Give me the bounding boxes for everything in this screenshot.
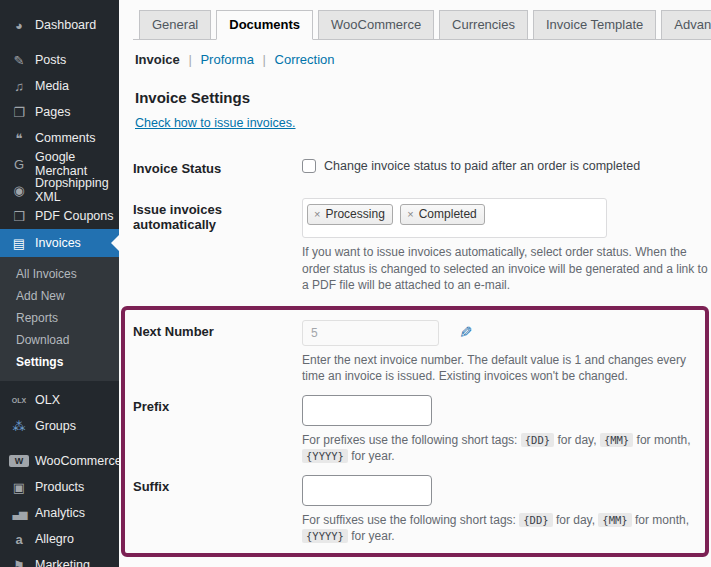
shorttag-month: {MM} — [600, 433, 633, 447]
sidebar-item-label: Google Merchant — [35, 150, 119, 178]
sidebar-item-label: Dashboard — [35, 18, 96, 32]
subnav-link-correction[interactable]: Correction — [275, 52, 335, 67]
sidebar-item-pdf-coupons[interactable]: ❒ PDF Coupons — [0, 203, 119, 229]
prefix-input[interactable] — [302, 395, 432, 426]
pushpin-icon: ✎ — [9, 53, 29, 68]
sidebar-item-pages[interactable]: ❐ Pages — [0, 99, 119, 125]
next-number-row: Next Number ✎ Enter the next invoice num… — [133, 320, 697, 385]
help-link[interactable]: Check how to issue invoices. — [135, 116, 296, 130]
google-icon: G — [9, 157, 29, 172]
analytics-icon: ▃▅ — [9, 507, 29, 520]
pages-icon: ❐ — [9, 105, 29, 120]
shorttag-day: {DD} — [521, 433, 554, 447]
tag-label: Completed — [419, 207, 477, 221]
submenu-item-settings[interactable]: Settings — [0, 351, 119, 373]
suffix-row: Suffix For suffixes use the following sh… — [133, 475, 697, 545]
suffix-desc-intro: For suffixes use the following short tag… — [302, 513, 516, 527]
remove-tag-icon[interactable]: × — [314, 208, 320, 220]
remove-tag-icon[interactable]: × — [407, 208, 413, 220]
groups-icon: ⁂ — [9, 419, 29, 434]
tab-woocommerce[interactable]: WooCommerce — [318, 10, 434, 40]
tab-general[interactable]: General — [139, 10, 211, 40]
sidebar-item-groups[interactable]: ⁂ Groups — [0, 413, 119, 439]
next-number-label: Next Number — [133, 320, 302, 339]
allegro-icon: a — [9, 532, 29, 547]
issue-invoices-row: Issue invoices automatically ×Processing… — [133, 198, 711, 294]
sidebar-item-label: Dropshipping XML — [35, 176, 119, 204]
invoice-settings-form: Invoice Status Change invoice status to … — [133, 157, 711, 567]
sidebar-item-label: PDF Coupons — [35, 209, 114, 223]
subnav-separator: | — [188, 52, 191, 67]
invoice-status-checkline: Change invoice status to paid after an o… — [302, 157, 711, 173]
woocommerce-icon: W — [9, 455, 29, 467]
sidebar-item-olx[interactable]: OLX OLX — [0, 387, 119, 413]
sidebar-item-label: WooCommerce — [35, 454, 122, 468]
shorttag-month: {MM} — [598, 513, 631, 527]
tickets-icon: ❒ — [9, 209, 29, 224]
tag-label: Processing — [325, 207, 384, 221]
suffix-description: For suffixes use the following short tag… — [302, 512, 697, 545]
invoice-status-checkbox[interactable] — [302, 159, 316, 173]
tab-documents[interactable]: Documents — [216, 10, 313, 40]
spreadsheet-icon: ▤ — [9, 236, 29, 251]
sidebar-item-label: Media — [35, 79, 69, 93]
sidebar-item-label: Posts — [35, 53, 66, 67]
sidebar-item-dashboard[interactable]: ◕ Dashboard — [0, 12, 119, 38]
prefix-desc-intro: For prefixes use the following short tag… — [302, 433, 517, 447]
subnav-separator: | — [263, 52, 266, 67]
numbering-highlight-box: Next Number ✎ Enter the next invoice num… — [121, 306, 709, 557]
sidebar-item-google-merchant[interactable]: G Google Merchant — [0, 151, 119, 177]
invoice-status-label: Invoice Status — [133, 157, 302, 176]
sidebar-item-label: Products — [35, 480, 84, 494]
eye-icon: ◉ — [9, 183, 29, 198]
sidebar-item-dropshipping-xml[interactable]: ◉ Dropshipping XML — [0, 177, 119, 203]
submenu-item-all-invoices[interactable]: All Invoices — [0, 263, 119, 285]
sidebar-item-label: Pages — [35, 105, 70, 119]
subnav-invoice: Invoice — [135, 52, 180, 67]
prefix-row: Prefix For prefixes use the following sh… — [133, 395, 697, 465]
issue-invoices-description: If you want to issue invoices automatica… — [302, 244, 711, 294]
invoice-status-checkbox-label[interactable]: Change invoice status to paid after an o… — [324, 159, 640, 173]
sidebar-item-label: OLX — [35, 393, 60, 407]
invoice-status-row: Invoice Status Change invoice status to … — [133, 157, 711, 176]
settings-page: General Documents WooCommerce Currencies… — [119, 0, 711, 567]
sidebar-item-media[interactable]: ♫ Media — [0, 73, 119, 99]
sidebar-item-products[interactable]: ▣ Products — [0, 474, 119, 500]
submenu-item-add-new[interactable]: Add New — [0, 285, 119, 307]
sidebar-item-comments[interactable]: ❝ Comments — [0, 125, 119, 151]
next-number-input — [302, 320, 439, 346]
sidebar-item-posts[interactable]: ✎ Posts — [0, 47, 119, 73]
order-status-multiselect[interactable]: ×Processing ×Completed — [302, 198, 607, 238]
next-number-description: Enter the next invoice number. The defau… — [302, 352, 697, 385]
submenu-item-reports[interactable]: Reports — [0, 307, 119, 329]
sidebar-item-marketing[interactable]: ⚑ Marketing — [0, 552, 119, 567]
prefix-label: Prefix — [133, 395, 302, 414]
sidebar-item-allegro[interactable]: a Allegro — [0, 526, 119, 552]
page-title: Invoice Settings — [135, 89, 711, 106]
edit-pencil-icon[interactable]: ✎ — [459, 323, 472, 342]
suffix-label: Suffix — [133, 475, 302, 494]
tab-invoice-template[interactable]: Invoice Template — [533, 10, 656, 40]
prefix-description: For prefixes use the following short tag… — [302, 432, 697, 465]
shorttag-year: {YYYY} — [302, 529, 348, 543]
shorttag-day: {DD} — [519, 513, 552, 527]
sidebar-item-label: Marketing — [35, 558, 90, 567]
tab-advanced-sending[interactable]: Advanced Sending — [661, 10, 711, 40]
dashboard-icon: ◕ — [9, 18, 29, 33]
submenu-item-download[interactable]: Download — [0, 329, 119, 351]
sidebar-item-woocommerce[interactable]: W WooCommerce — [0, 448, 119, 474]
sidebar-item-label: Invoices — [35, 236, 81, 250]
suffix-input[interactable] — [302, 475, 432, 506]
tab-currencies[interactable]: Currencies — [439, 10, 528, 40]
archive-box-icon: ▣ — [9, 480, 29, 495]
sidebar-item-label: Comments — [35, 131, 95, 145]
sidebar-item-label: Analytics — [35, 506, 85, 520]
status-tag-completed: ×Completed — [400, 204, 484, 225]
prefix-desc-day: for day, — [557, 433, 596, 447]
status-tag-processing: ×Processing — [307, 204, 393, 225]
subnav-link-proforma[interactable]: Proforma — [200, 52, 253, 67]
sidebar-item-analytics[interactable]: ▃▅ Analytics — [0, 500, 119, 526]
prefix-desc-month: for month, — [637, 433, 691, 447]
shorttag-year: {YYYY} — [302, 449, 348, 463]
sidebar-item-invoices[interactable]: ▤ Invoices — [0, 229, 119, 257]
